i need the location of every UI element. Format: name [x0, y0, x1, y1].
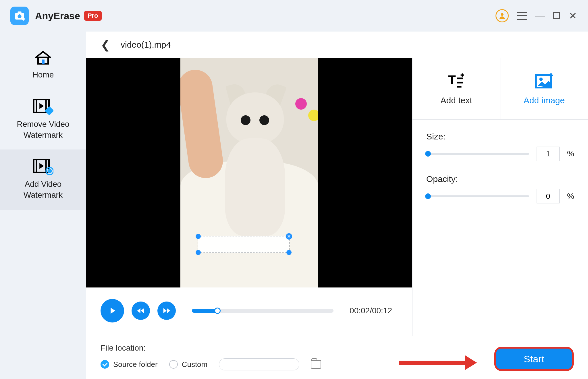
svg-point-3	[501, 13, 503, 16]
size-slider-thumb[interactable]	[425, 151, 431, 157]
radio-custom-label: Custom	[182, 360, 208, 369]
app-logo	[10, 7, 29, 25]
custom-path-input[interactable]	[219, 358, 299, 370]
filename-label: video(1).mp4	[121, 40, 171, 50]
camera-icon	[14, 10, 25, 22]
minimize-button[interactable]: —	[535, 10, 545, 22]
radio-source-label: Source folder	[113, 360, 158, 369]
resize-handle[interactable]	[286, 250, 292, 255]
maximize-button[interactable]	[553, 12, 560, 19]
video-column: 00:02/00:12	[86, 58, 412, 336]
play-button[interactable]	[101, 299, 124, 322]
svg-point-2	[18, 14, 21, 18]
size-control: Size: 1 %	[426, 132, 574, 161]
radio-custom[interactable]: Custom	[169, 360, 208, 369]
radio-source-folder[interactable]: Source folder	[101, 360, 158, 369]
pro-badge: Pro	[84, 11, 102, 21]
tab-add-image[interactable]: Add image	[500, 58, 588, 120]
app-window: AnyErase Pro — ✕ Home	[0, 0, 588, 379]
file-location-label: File location:	[101, 343, 321, 353]
close-selection-icon[interactable]	[286, 233, 292, 240]
menu-icon[interactable]	[517, 12, 527, 20]
size-input[interactable]: 1	[537, 147, 560, 161]
progress-thumb[interactable]	[214, 308, 221, 314]
resize-handle[interactable]	[196, 234, 201, 239]
resize-handle[interactable]	[196, 250, 201, 255]
svg-rect-12	[34, 160, 36, 173]
svg-marker-9	[39, 103, 44, 109]
watermark-selection[interactable]	[198, 236, 290, 253]
svg-text:T: T	[448, 73, 456, 87]
nav-remove-label: Remove Video Watermark	[17, 119, 69, 141]
size-unit: %	[567, 149, 574, 158]
opacity-unit: %	[567, 192, 574, 201]
opacity-slider-thumb[interactable]	[425, 193, 431, 199]
video-preview[interactable]	[86, 58, 412, 287]
app-title: AnyErase	[35, 10, 80, 22]
svg-marker-20	[167, 308, 170, 313]
browse-folder-icon[interactable]	[311, 360, 321, 369]
svg-marker-18	[141, 308, 144, 313]
svg-rect-1	[18, 11, 21, 13]
size-slider[interactable]	[426, 153, 529, 155]
playback-bar: 00:02/00:12	[86, 287, 412, 331]
window-controls: — ✕	[496, 9, 578, 22]
opacity-label: Opacity:	[426, 174, 574, 184]
titlebar: AnyErase Pro — ✕	[0, 0, 588, 32]
svg-rect-5	[42, 60, 45, 64]
time-display: 00:02/00:12	[350, 306, 392, 315]
close-button[interactable]: ✕	[568, 10, 578, 22]
arrow-annotation	[399, 361, 468, 365]
nav-home-label: Home	[32, 69, 54, 80]
file-location-row: File location: Source folder Custom	[86, 336, 588, 379]
add-watermark-icon	[33, 159, 53, 175]
forward-icon	[162, 306, 171, 315]
opacity-control: Opacity: 0 %	[426, 174, 574, 203]
video-content	[180, 58, 318, 287]
radio-checked-icon	[101, 360, 109, 369]
nav-add-watermark[interactable]: Add Video Watermark	[0, 149, 86, 210]
radio-unchecked-icon	[169, 360, 178, 369]
play-icon	[107, 306, 117, 316]
rewind-icon	[136, 306, 145, 315]
home-icon	[33, 49, 53, 65]
svg-marker-19	[163, 308, 167, 313]
size-label: Size:	[426, 132, 574, 141]
sidebar: Home Remove Video Watermark Add Video Wa…	[0, 32, 86, 379]
svg-marker-14	[39, 163, 44, 169]
start-button-label: Start	[524, 353, 544, 365]
opacity-slider[interactable]	[426, 195, 529, 197]
add-text-icon: T	[446, 72, 466, 90]
rewind-button[interactable]	[132, 302, 150, 320]
nav-add-label: Add Video Watermark	[24, 179, 63, 201]
progress-bar[interactable]	[192, 309, 333, 313]
opacity-input[interactable]: 0	[537, 189, 560, 203]
tab-add-text[interactable]: T Add text	[412, 58, 500, 120]
add-image-icon	[534, 72, 554, 90]
svg-marker-17	[137, 308, 140, 313]
side-panel: T Add text Add image Size:	[412, 58, 588, 336]
content-area: ❮ video(1).mp4	[86, 32, 588, 379]
tool-tabs: T Add text Add image	[412, 58, 588, 120]
nav-home[interactable]: Home	[0, 40, 86, 90]
svg-rect-7	[34, 99, 36, 112]
progress-fill	[192, 309, 217, 313]
tab-add-text-label: Add text	[440, 96, 472, 105]
decor-ball	[308, 110, 318, 121]
start-button[interactable]: Start	[494, 347, 574, 371]
user-icon[interactable]	[496, 9, 509, 22]
decor-ball	[295, 98, 307, 110]
content-header: ❮ video(1).mp4	[86, 32, 588, 58]
svg-marker-16	[111, 308, 115, 314]
forward-button[interactable]	[157, 302, 176, 320]
back-button[interactable]: ❮	[101, 38, 110, 51]
tab-add-image-label: Add image	[524, 96, 565, 105]
nav-remove-watermark[interactable]: Remove Video Watermark	[0, 90, 86, 150]
svg-point-28	[539, 77, 543, 81]
controls-area: Size: 1 % Opacity:	[412, 120, 588, 215]
remove-watermark-icon	[33, 99, 53, 115]
